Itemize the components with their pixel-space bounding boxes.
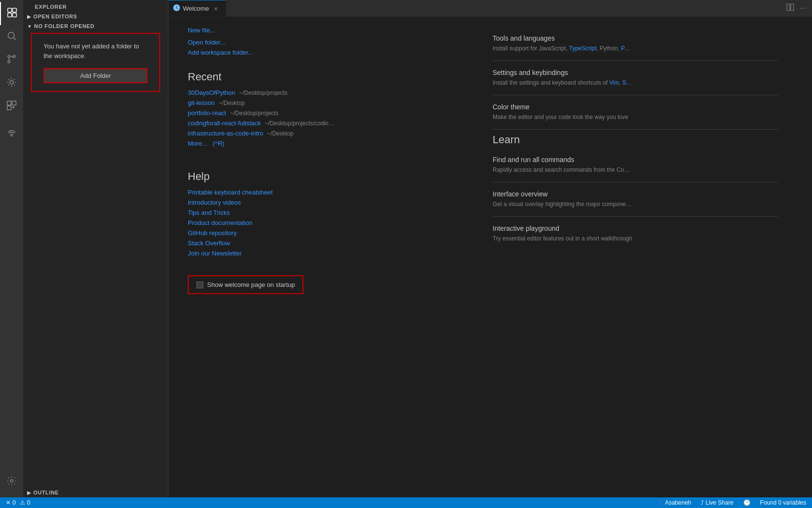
help-stackoverflow[interactable]: Stack Overflow	[188, 239, 473, 247]
welcome-content: New file... Open folder... Add workspace…	[168, 17, 812, 497]
svg-line-5	[14, 38, 16, 40]
interface-title[interactable]: Interface overview	[493, 190, 778, 198]
tab-bar: Welcome × ···	[168, 0, 812, 17]
recent-path-0: ~/Desktop/projects	[239, 90, 287, 96]
playground-section: Interactive playground Try essential edi…	[493, 217, 778, 251]
start-section: New file... Open folder... Add workspace…	[188, 27, 473, 56]
status-clock[interactable]: 🕐	[741, 499, 752, 506]
found-text: Found 0 variables	[760, 499, 806, 506]
error-count: 0	[13, 499, 16, 506]
learn-title: Learn	[493, 134, 778, 146]
commands-title[interactable]: Find and run all commands	[493, 156, 778, 164]
statusbar-right: 👤 Asabeneh ⤴ Live Share 🕐 Found 0 variab…	[654, 499, 808, 506]
activity-item-extensions[interactable]	[0, 95, 23, 118]
debug-icon	[6, 77, 17, 90]
split-editor-button[interactable]	[784, 2, 796, 14]
no-folder-header[interactable]: ▼ No Folder Opened	[23, 21, 168, 31]
help-newsletter[interactable]: Join our Newsletter	[188, 250, 473, 257]
status-liveshare[interactable]: ⤴ Live Share	[699, 499, 735, 506]
open-folder-link[interactable]: Open folder...	[188, 39, 473, 46]
no-folder-text: You have not yet added a folder to the w…	[36, 38, 155, 64]
tools-desc: Install support for JavaScript, TypeScri…	[493, 44, 778, 53]
tools-section: Tools and languages Install support for …	[493, 27, 778, 61]
add-folder-button[interactable]: Add Folder	[44, 68, 148, 83]
commands-section: Find and run all commands Rapidly access…	[493, 148, 778, 182]
sidebar: Explorer ▶ Open Editors ▼ No Folder Open…	[23, 0, 168, 497]
startup-checkbox[interactable]	[196, 282, 203, 288]
startup-checkbox-area: Show welcome page on startup	[168, 269, 812, 302]
source-control-icon	[6, 54, 17, 66]
help-title: Help	[188, 170, 473, 183]
gap3	[188, 159, 473, 170]
svg-rect-16	[791, 4, 794, 11]
activity-item-settings[interactable]	[0, 470, 23, 493]
sidebar-title: Explorer	[23, 0, 168, 12]
recent-link-3[interactable]: codingforall-react-fullstack	[188, 120, 261, 127]
s-link[interactable]: S…	[622, 79, 632, 86]
playground-title[interactable]: Interactive playground	[493, 224, 778, 232]
svg-rect-12	[7, 106, 11, 110]
new-file-link[interactable]: New file...	[188, 27, 473, 34]
svg-point-13	[11, 134, 13, 136]
open-editors-chevron: ▶	[27, 14, 31, 19]
recent-path-1: ~/Desktop	[219, 100, 245, 106]
recent-path-2: ~/Desktop/projects	[230, 110, 278, 117]
no-folder-area: You have not yet added a folder to the w…	[31, 33, 160, 92]
recent-item-0: 30DaysOfPython ~/Desktop/projects	[188, 89, 473, 96]
editor-area: Welcome × ··· New file...	[168, 0, 812, 497]
help-docs[interactable]: Product documentation	[188, 219, 473, 226]
help-keyboard[interactable]: Printable keyboard cheatsheet	[188, 189, 473, 196]
recent-link-0[interactable]: 30DaysOfPython	[188, 89, 235, 96]
status-errors[interactable]: ✕ 0 ⚠ 0	[4, 499, 32, 506]
gap2	[188, 147, 473, 159]
left-column: New file... Open folder... Add workspace…	[188, 27, 473, 260]
recent-item-3: codingforall-react-fullstack ~/Desktop/p…	[188, 120, 473, 127]
vim-link[interactable]: Vim	[609, 79, 619, 86]
color-theme-title[interactable]: Color theme	[493, 103, 778, 111]
commands-desc: Rapidly access and search commands from …	[493, 165, 778, 174]
remote-icon	[6, 127, 17, 140]
tools-title: Tools and languages	[493, 34, 778, 42]
warning-count: 0	[27, 499, 30, 506]
user-icon: 👤	[656, 499, 663, 506]
recent-item-2: portfolio-react ~/Desktop/projects	[188, 109, 473, 117]
activity-item-source-control[interactable]	[0, 48, 23, 72]
svg-point-4	[8, 32, 15, 39]
typescript-link[interactable]: TypeScript	[569, 45, 597, 52]
settings-title: Settings and keybindings	[493, 69, 778, 76]
welcome-tab[interactable]: Welcome ×	[168, 0, 226, 16]
svg-point-9	[10, 80, 13, 84]
tab-close-button[interactable]: ×	[212, 4, 220, 14]
svg-rect-10	[7, 101, 11, 105]
user-name: Asabeneh	[665, 499, 691, 506]
activity-item-search[interactable]	[0, 25, 23, 48]
settings-section: Settings and keybindings Install the set…	[493, 61, 778, 95]
activity-item-explorer[interactable]	[0, 2, 23, 25]
recent-link-1[interactable]: git-lesson	[188, 99, 215, 106]
help-tips[interactable]: Tips and Tricks	[188, 209, 473, 216]
help-github[interactable]: GitHub repository	[188, 229, 473, 237]
python-p-link[interactable]: P…	[621, 45, 631, 52]
settings-desc: Install the settings and keyboard shortc…	[493, 78, 778, 87]
add-workspace-link[interactable]: Add workspace folder...	[188, 49, 473, 56]
svg-rect-15	[787, 4, 790, 11]
recent-link-4[interactable]: infrastructure-as-code-intro	[188, 130, 263, 137]
outline-header[interactable]: ▶ Outline	[23, 488, 168, 497]
recent-item-1: git-lesson ~/Desktop	[188, 99, 473, 106]
startup-label: Show welcome page on startup	[207, 281, 295, 288]
help-videos[interactable]: Introductory videos	[188, 199, 473, 206]
more-actions-button[interactable]: ···	[798, 3, 808, 14]
open-editors-header[interactable]: ▶ Open Editors	[23, 12, 168, 21]
activity-item-debug[interactable]	[0, 72, 23, 95]
color-theme-section: Color theme Make the editor and your cod…	[493, 95, 778, 130]
tab-actions: ···	[784, 0, 812, 16]
status-user[interactable]: 👤 Asabeneh	[654, 499, 693, 506]
playground-desc: Try essential editor features out in a s…	[493, 234, 778, 243]
help-section: Help Printable keyboard cheatsheet Intro…	[188, 170, 473, 257]
more-link[interactable]: More... (^R)	[188, 140, 224, 147]
settings-icon	[6, 476, 17, 488]
activity-item-remote[interactable]	[0, 122, 23, 145]
recent-path-4: ~/Desktop	[267, 130, 293, 137]
recent-link-2[interactable]: portfolio-react	[188, 109, 226, 117]
statusbar-left: ✕ 0 ⚠ 0	[4, 499, 32, 506]
